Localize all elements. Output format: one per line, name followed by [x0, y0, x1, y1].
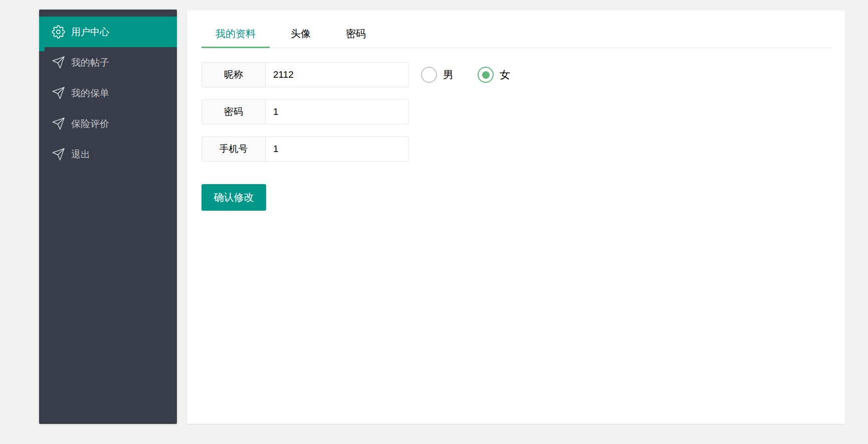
nickname-input[interactable] [265, 62, 409, 87]
sidebar-item-label: 退出 [71, 148, 90, 161]
radio-male[interactable]: 男 [421, 67, 454, 83]
radio-female-label: 女 [500, 68, 510, 82]
password-row: 密码 [201, 99, 409, 124]
sidebar-item-insurance-reviews[interactable]: 保险评价 [39, 108, 177, 139]
phone-input[interactable] [265, 136, 409, 162]
paper-plane-icon [52, 117, 65, 130]
tab-bar: 我的资料 头像 密码 [201, 20, 831, 48]
radio-female-circle-icon [478, 67, 494, 83]
paper-plane-icon [52, 86, 65, 100]
paper-plane-icon [52, 147, 65, 161]
radio-male-label: 男 [443, 68, 454, 82]
sidebar-item-label: 保险评价 [71, 117, 109, 130]
tab-my-profile[interactable]: 我的资料 [201, 20, 270, 48]
sidebar-item-my-posts[interactable]: 我的帖子 [39, 47, 177, 78]
phone-row: 手机号 [201, 136, 409, 162]
password-label: 密码 [201, 99, 266, 124]
nickname-row: 昵称 [201, 62, 409, 87]
sidebar-item-my-policies[interactable]: 我的保单 [39, 78, 177, 108]
sidebar: 用户中心 我的帖子 我的保单 [39, 10, 177, 424]
content-panel: 我的资料 头像 密码 昵称 密码 手机号 确认修改 男 [187, 11, 845, 424]
phone-label: 手机号 [201, 136, 266, 162]
password-input[interactable] [265, 99, 409, 124]
page: 用户中心 我的帖子 我的保单 [0, 0, 868, 444]
profile-form: 昵称 密码 手机号 确认修改 [201, 62, 845, 211]
tab-avatar[interactable]: 头像 [277, 20, 325, 48]
radio-male-circle-icon [421, 67, 437, 83]
gear-icon [52, 25, 65, 39]
sidebar-item-label: 我的帖子 [71, 56, 109, 69]
paper-plane-icon [52, 56, 65, 69]
sidebar-item-logout[interactable]: 退出 [39, 139, 177, 170]
tab-password[interactable]: 密码 [332, 20, 380, 48]
confirm-changes-button[interactable]: 确认修改 [201, 184, 266, 211]
nickname-label: 昵称 [201, 62, 266, 87]
radio-female[interactable]: 女 [478, 67, 510, 83]
sidebar-item-label: 用户中心 [71, 26, 109, 39]
sidebar-item-user-center[interactable]: 用户中心 [39, 17, 177, 47]
sidebar-item-label: 我的保单 [71, 87, 109, 100]
gender-radio-group: 男 女 [421, 62, 510, 87]
